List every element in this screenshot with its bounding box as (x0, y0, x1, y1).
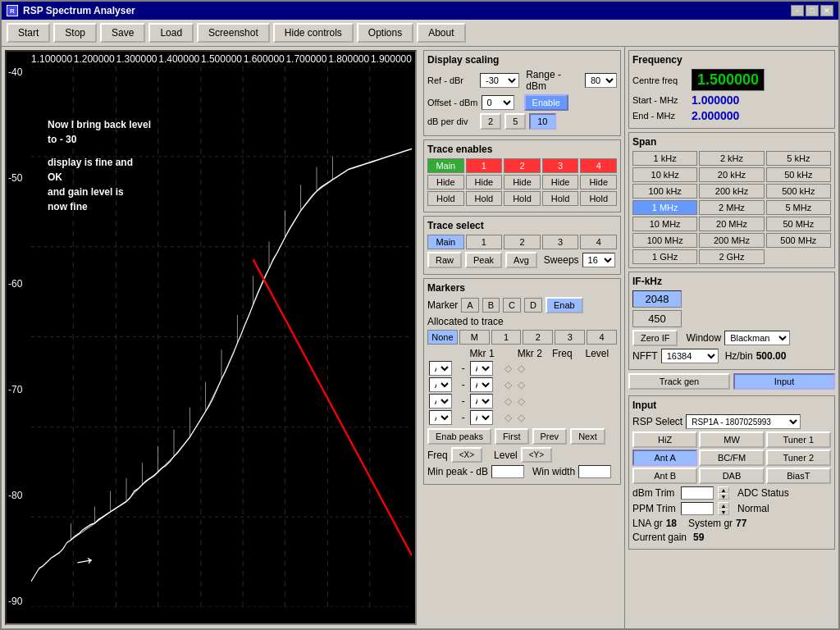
ts-2[interactable]: 2 (504, 235, 541, 249)
span-50mhz[interactable]: 50 MHz (766, 217, 831, 231)
centre-freq-display[interactable]: 1.500000 (692, 69, 765, 91)
mkr-row3-sel1[interactable]: A (429, 394, 452, 409)
alloc-1[interactable]: 1 (491, 330, 522, 345)
biastee-btn[interactable]: BiasT (766, 468, 831, 484)
first-btn[interactable]: First (495, 428, 528, 445)
alloc-m[interactable]: M (459, 330, 490, 345)
freq-sym-btn[interactable]: <X> (451, 447, 482, 463)
zero-if-btn[interactable]: Zero IF (632, 330, 678, 346)
trace-hide-2[interactable]: Hide (504, 175, 541, 189)
span-500khz[interactable]: 500 kHz (766, 184, 831, 199)
span-100mhz[interactable]: 100 MHz (632, 233, 697, 248)
level-sym-btn[interactable]: <Y> (521, 447, 552, 463)
dbm-trim-input[interactable]: 0.0 (681, 486, 714, 500)
win-width-input[interactable]: 10 (578, 465, 611, 478)
ts-3[interactable]: 3 (542, 235, 579, 249)
span-1ghz[interactable]: 1 GHz (632, 249, 697, 264)
ant-b-btn[interactable]: Ant B (632, 468, 697, 484)
if-khz-2048[interactable]: 2048 (632, 290, 682, 308)
span-50khz[interactable]: 50 kHz (766, 167, 831, 182)
avg-button[interactable]: Avg (505, 252, 537, 268)
trace-hide-3[interactable]: Hide (542, 175, 579, 189)
span-20khz[interactable]: 20 kHz (699, 167, 764, 182)
ts-1[interactable]: 1 (466, 235, 503, 249)
hiz-btn[interactable]: HiZ (632, 431, 697, 448)
trace-hold-main[interactable]: Hold (427, 191, 464, 206)
ts-4[interactable]: 4 (580, 235, 617, 249)
save-button[interactable]: Save (100, 23, 145, 43)
start-button[interactable]: Start (7, 23, 50, 43)
dbm-trim-down[interactable]: ▼ (718, 493, 729, 500)
trace-main-btn[interactable]: Main (427, 158, 464, 173)
prev-btn[interactable]: Prev (532, 428, 568, 445)
dbm-trim-up[interactable]: ▲ (718, 486, 729, 493)
span-5mhz[interactable]: 5 MHz (766, 200, 831, 215)
min-peak-input[interactable]: 10 (491, 465, 524, 478)
span-10khz[interactable]: 10 kHz (632, 167, 697, 182)
bcfm-btn[interactable]: BC/FM (699, 450, 764, 466)
offset-value-select[interactable]: 0 (482, 95, 514, 110)
span-20mhz[interactable]: 20 MHz (699, 217, 764, 231)
window-select[interactable]: Blackman (724, 331, 790, 345)
span-1mhz[interactable]: 1 MHz (632, 200, 697, 215)
span-200khz[interactable]: 200 kHz (699, 184, 764, 199)
marker-b-btn[interactable]: B (482, 298, 500, 313)
db-2-button[interactable]: 2 (480, 113, 501, 130)
ppm-trim-up[interactable]: ▲ (718, 502, 729, 509)
if-khz-450[interactable]: 450 (632, 310, 682, 327)
span-10mhz[interactable]: 10 MHz (632, 217, 697, 231)
span-200mhz[interactable]: 200 MHz (699, 233, 764, 248)
marker-enab-btn[interactable]: Enab (546, 297, 583, 313)
marker-c-btn[interactable]: C (503, 298, 521, 313)
screenshot-button[interactable]: Screenshot (197, 23, 270, 43)
options-button[interactable]: Options (357, 23, 413, 43)
marker-d-btn[interactable]: D (524, 298, 542, 313)
trace-hide-main[interactable]: Hide (427, 175, 464, 189)
span-100khz[interactable]: 100 kHz (632, 184, 697, 199)
db-5-button[interactable]: 5 (504, 113, 526, 130)
span-1khz[interactable]: 1 kHz (632, 151, 697, 166)
peak-button[interactable]: Peak (465, 252, 502, 268)
trace-hide-4[interactable]: Hide (580, 175, 617, 189)
raw-button[interactable]: Raw (427, 252, 462, 268)
hide-controls-button[interactable]: Hide controls (273, 23, 354, 43)
tuner2-btn[interactable]: Tuner 2 (766, 450, 831, 466)
load-button[interactable]: Load (148, 23, 194, 43)
mkr-row1-sel2[interactable]: A (470, 361, 493, 376)
span-5khz[interactable]: 5 kHz (766, 151, 831, 166)
mw-btn[interactable]: MW (699, 431, 764, 448)
mkr-row3-sel2[interactable]: A (470, 394, 493, 409)
alloc-3[interactable]: 3 (555, 330, 585, 345)
mkr-row4-sel1[interactable]: A (429, 410, 452, 425)
trace-hide-1[interactable]: Hide (466, 175, 503, 189)
span-2khz[interactable]: 2 kHz (699, 151, 764, 166)
alloc-none[interactable]: None (427, 330, 458, 345)
marker-a-btn[interactable]: A (461, 298, 478, 313)
trace-3-btn[interactable]: 3 (542, 158, 579, 173)
ts-main[interactable]: Main (427, 235, 464, 249)
mkr-row2-sel1[interactable]: A (429, 377, 452, 392)
trace-2-btn[interactable]: 2 (504, 158, 541, 173)
ref-value-select[interactable]: -30 (480, 73, 519, 88)
tuner1-btn[interactable]: Tuner 1 (766, 431, 831, 448)
span-2mhz[interactable]: 2 MHz (699, 200, 764, 215)
trace-1-btn[interactable]: 1 (466, 158, 503, 173)
span-2ghz[interactable]: 2 GHz (699, 249, 764, 264)
track-gen-btn[interactable]: Track gen (628, 373, 730, 390)
trace-hold-3[interactable]: Hold (542, 191, 579, 206)
trace-hold-4[interactable]: Hold (580, 191, 617, 206)
minimize-button[interactable]: − (791, 5, 804, 16)
mkr-row2-sel2[interactable]: A (470, 377, 493, 392)
trace-hold-1[interactable]: Hold (466, 191, 503, 206)
about-button[interactable]: About (417, 23, 465, 43)
trace-4-btn[interactable]: 4 (580, 158, 617, 173)
alloc-4[interactable]: 4 (587, 330, 617, 345)
ppm-trim-down[interactable]: ▼ (718, 509, 729, 515)
rsp-select[interactable]: RSP1A - 1807025993 (686, 414, 801, 429)
close-button[interactable]: ✕ (820, 5, 833, 16)
dab-btn[interactable]: DAB (699, 468, 764, 484)
ppm-trim-input[interactable]: 0.0 (681, 502, 714, 515)
mkr-row1-sel1[interactable]: A (429, 361, 452, 376)
enable-button[interactable]: Enable (524, 94, 568, 111)
mkr-row4-sel2[interactable]: A (470, 410, 493, 425)
